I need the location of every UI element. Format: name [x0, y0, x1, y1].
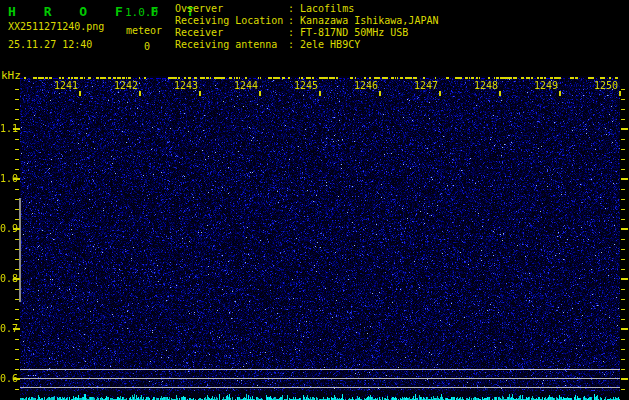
time-tick-mark [499, 91, 501, 96]
time-tick-mark [259, 91, 261, 96]
echo-count: 0 [144, 41, 150, 52]
freq-major-tick-right [621, 128, 628, 130]
time-tick-mark [319, 91, 321, 96]
station-info-label: Receiving antenna [175, 39, 288, 51]
freq-minor-tick [15, 319, 19, 320]
time-tick-label: 1250 [590, 80, 618, 92]
freq-tick-label: 0.7 [0, 323, 14, 335]
freq-major-tick-right [621, 278, 628, 280]
freq-major-tick-right [621, 228, 628, 230]
freq-minor-tick-right [621, 189, 625, 190]
freq-minor-tick-right [621, 309, 625, 310]
time-tick-label: 1247 [410, 80, 438, 92]
output-filename: XX2511271240.png [8, 21, 104, 32]
time-tick-label: 1245 [290, 80, 318, 92]
freq-minor-tick [15, 269, 19, 270]
time-tick-label: 1249 [530, 80, 558, 92]
freq-major-tick-right [621, 378, 628, 380]
freq-minor-tick [15, 249, 19, 250]
freq-minor-tick-right [621, 299, 625, 300]
freq-minor-tick [15, 349, 19, 350]
time-tick-mark [439, 91, 441, 96]
time-tick-label: 1242 [110, 80, 138, 92]
hrofft-window: H R O F F T 1.0.0 XX2511271240.png meteo… [0, 0, 629, 400]
freq-minor-tick-right [621, 169, 625, 170]
freq-minor-tick-right [621, 199, 625, 200]
freq-minor-tick [15, 89, 19, 90]
freq-major-tick [13, 128, 20, 130]
freq-minor-tick [15, 389, 19, 390]
freq-minor-tick [15, 169, 19, 170]
freq-major-tick [13, 178, 20, 180]
station-info-label: Ovserver [175, 3, 288, 15]
station-info-separator: : [288, 3, 300, 15]
freq-minor-tick [15, 209, 19, 210]
freq-minor-tick [15, 219, 19, 220]
freq-minor-tick-right [621, 289, 625, 290]
time-tick-label: 1246 [350, 80, 378, 92]
station-info-label: Receiver [175, 27, 288, 39]
station-info-row: Receiving Location:Kanazawa Ishikawa,JAP… [175, 15, 438, 27]
time-tick-label: 1241 [50, 80, 78, 92]
station-info-separator: : [288, 15, 300, 27]
freq-minor-tick [15, 189, 19, 190]
observation-mode: meteor [126, 25, 162, 36]
station-info-separator: : [288, 39, 300, 51]
station-info-value: FT-817ND 50MHz USB [300, 27, 408, 39]
freq-major-tick [13, 278, 20, 280]
freq-minor-tick [15, 99, 19, 100]
freq-minor-tick-right [621, 139, 625, 140]
time-tick-label: 1244 [230, 80, 258, 92]
timestamp: 25.11.27 12:40 [8, 39, 92, 50]
time-tick-mark [139, 91, 141, 96]
time-tick-mark [79, 91, 81, 96]
freq-minor-tick-right [621, 249, 625, 250]
time-tick-label: 1248 [470, 80, 498, 92]
freq-minor-tick [15, 239, 19, 240]
freq-minor-tick-right [621, 349, 625, 350]
freq-major-tick [13, 378, 20, 380]
station-info-row: Receiver:FT-817ND 50MHz USB [175, 27, 438, 39]
freq-minor-tick-right [621, 389, 625, 390]
freq-unit-label: kHz [1, 70, 21, 81]
app-version: 1.0.0 [125, 7, 158, 19]
freq-minor-tick [15, 199, 19, 200]
freq-minor-tick [15, 159, 19, 160]
time-tick-mark [559, 91, 561, 96]
freq-major-tick-right [621, 178, 628, 180]
freq-minor-tick-right [621, 219, 625, 220]
freq-tick-label: 0.6 [0, 373, 14, 385]
freq-minor-tick [15, 119, 19, 120]
freq-minor-tick-right [621, 269, 625, 270]
freq-minor-tick-right [621, 209, 625, 210]
freq-minor-tick-right [621, 319, 625, 320]
freq-minor-tick-right [621, 239, 625, 240]
station-info-value: 2ele HB9CY [300, 39, 360, 51]
station-info-separator: : [288, 27, 300, 39]
freq-minor-tick-right [621, 159, 625, 160]
freq-minor-tick-right [621, 89, 625, 90]
freq-minor-tick-right [621, 149, 625, 150]
station-info-value: Kanazawa Ishikawa,JAPAN [300, 15, 438, 27]
station-info-row: Ovserver:Lacofilms [175, 3, 438, 15]
freq-major-tick [13, 328, 20, 330]
spectrogram-canvas [20, 76, 620, 400]
freq-major-tick-right [621, 328, 628, 330]
freq-minor-tick-right [621, 359, 625, 360]
time-tick-mark [619, 91, 621, 96]
freq-minor-tick [15, 139, 19, 140]
station-info-label: Receiving Location [175, 15, 288, 27]
freq-tick-label: 0.9 [0, 223, 14, 235]
freq-minor-tick [15, 309, 19, 310]
freq-minor-tick-right [621, 119, 625, 120]
freq-minor-tick [15, 259, 19, 260]
freq-minor-tick [15, 149, 19, 150]
station-info-table: Ovserver:LacofilmsReceiving Location:Kan… [175, 3, 438, 51]
freq-tick-label: 1.1 [0, 123, 14, 135]
freq-minor-tick [15, 339, 19, 340]
freq-major-tick [13, 228, 20, 230]
freq-minor-tick-right [621, 259, 625, 260]
station-info-value: Lacofilms [300, 3, 354, 15]
left-edge-marker-line [19, 198, 21, 302]
freq-minor-tick [15, 359, 19, 360]
